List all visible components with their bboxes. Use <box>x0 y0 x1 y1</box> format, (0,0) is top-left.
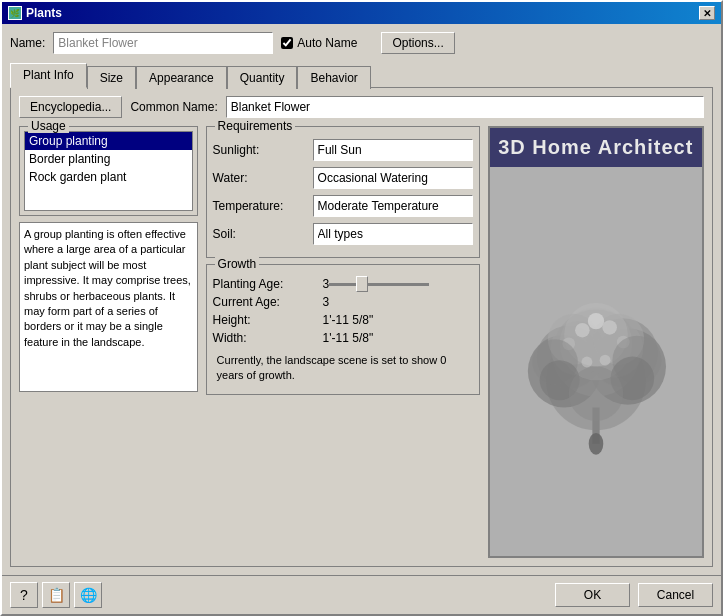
title-bar: 🌿 Plants ✕ <box>2 2 721 24</box>
temperature-input[interactable] <box>313 195 473 217</box>
growth-box: Growth Planting Age: 3 Current Age: 3 <box>206 264 480 395</box>
growth-note: Currently, the landscape scene is set to… <box>213 349 473 388</box>
close-button[interactable]: ✕ <box>699 6 715 20</box>
width-value: 1'-11 5/8" <box>323 331 374 345</box>
planting-age-row: Planting Age: 3 <box>213 277 473 291</box>
tab-behavior[interactable]: Behavior <box>297 66 370 89</box>
current-age-label: Current Age: <box>213 295 323 309</box>
bottom-bar: ? 📋 🌐 OK Cancel <box>2 575 721 614</box>
name-input[interactable] <box>53 32 273 54</box>
name-row: Name: Auto Name Options... <box>10 32 713 54</box>
preview-header: 3D Home Architect <box>490 128 702 167</box>
planting-age-value: 3 <box>323 277 330 291</box>
current-age-value: 3 <box>323 295 330 309</box>
common-name-label: Common Name: <box>130 100 217 114</box>
tab-quantity[interactable]: Quantity <box>227 66 298 89</box>
name-label: Name: <box>10 36 45 50</box>
sunlight-row: Sunlight: <box>213 139 473 161</box>
auto-name-label: Auto Name <box>297 36 357 50</box>
window-title: Plants <box>26 6 62 20</box>
svg-point-19 <box>581 356 592 367</box>
usage-label: Usage <box>28 119 69 133</box>
plants-dialog: 🌿 Plants ✕ Name: Auto Name Options... Pl… <box>0 0 723 616</box>
planting-age-slider[interactable] <box>329 283 429 286</box>
clipboard-button[interactable]: 📋 <box>42 582 70 608</box>
height-value: 1'-11 5/8" <box>323 313 374 327</box>
height-label: Height: <box>213 313 323 327</box>
plant-preview-svg <box>506 262 686 462</box>
usage-group: Usage Group planting Border planting Roc… <box>19 126 198 216</box>
globe-button[interactable]: 🌐 <box>74 582 102 608</box>
planting-age-slider-container <box>329 283 472 286</box>
sunlight-label: Sunlight: <box>213 143 313 157</box>
title-bar-left: 🌿 Plants <box>8 6 62 20</box>
current-age-row: Current Age: 3 <box>213 295 473 309</box>
right-panel: Requirements Sunlight: Water: Temperatur… <box>206 126 480 558</box>
svg-point-25 <box>569 366 624 421</box>
svg-point-20 <box>599 354 610 365</box>
width-row: Width: 1'-11 5/8" <box>213 331 473 345</box>
usage-list: Group planting Border planting Rock gard… <box>24 131 193 211</box>
svg-point-14 <box>575 322 590 337</box>
preview-panel: 3D Home Architect <box>488 126 704 558</box>
tab-appearance[interactable]: Appearance <box>136 66 227 89</box>
tab-plant-info[interactable]: Plant Info <box>10 63 87 88</box>
dialog-body: Name: Auto Name Options... Plant Info Si… <box>2 24 721 575</box>
usage-item-group[interactable]: Group planting <box>25 132 192 150</box>
planting-age-label: Planting Age: <box>213 277 323 291</box>
water-input[interactable] <box>313 167 473 189</box>
soil-label: Soil: <box>213 227 313 241</box>
tab-content: Encyclopedia... Common Name: Usage Group… <box>10 88 713 567</box>
help-button[interactable]: ? <box>10 582 38 608</box>
water-label: Water: <box>213 171 313 185</box>
description-box: A group planting is often effective wher… <box>19 222 198 392</box>
app-icon: 🌿 <box>8 6 22 20</box>
sunlight-input[interactable] <box>313 139 473 161</box>
options-button[interactable]: Options... <box>381 32 454 54</box>
requirements-box: Requirements Sunlight: Water: Temperatur… <box>206 126 480 258</box>
soil-row: Soil: <box>213 223 473 245</box>
left-panel: Usage Group planting Border planting Roc… <box>19 126 198 558</box>
requirements-label: Requirements <box>215 119 296 133</box>
growth-label: Growth <box>215 257 260 271</box>
ok-button[interactable]: OK <box>555 583 630 607</box>
width-label: Width: <box>213 331 323 345</box>
tabs-bar: Plant Info Size Appearance Quantity Beha… <box>10 62 713 88</box>
dialog-buttons: OK Cancel <box>555 583 713 607</box>
water-row: Water: <box>213 167 473 189</box>
top-controls: Encyclopedia... Common Name: <box>19 96 704 118</box>
preview-image <box>490 167 702 556</box>
usage-item-rock[interactable]: Rock garden plant <box>25 168 192 186</box>
temperature-label: Temperature: <box>213 199 313 213</box>
content-area: Usage Group planting Border planting Roc… <box>19 126 704 558</box>
bottom-icons: ? 📋 🌐 <box>10 582 102 608</box>
tab-size[interactable]: Size <box>87 66 136 89</box>
height-row: Height: 1'-11 5/8" <box>213 313 473 327</box>
autoname-row: Auto Name <box>281 36 357 50</box>
cancel-button[interactable]: Cancel <box>638 583 713 607</box>
svg-point-15 <box>588 312 604 328</box>
svg-point-16 <box>602 320 617 335</box>
auto-name-checkbox[interactable] <box>281 37 293 49</box>
usage-item-border[interactable]: Border planting <box>25 150 192 168</box>
soil-input[interactable] <box>313 223 473 245</box>
common-name-input[interactable] <box>226 96 704 118</box>
encyclopedia-button[interactable]: Encyclopedia... <box>19 96 122 118</box>
temperature-row: Temperature: <box>213 195 473 217</box>
